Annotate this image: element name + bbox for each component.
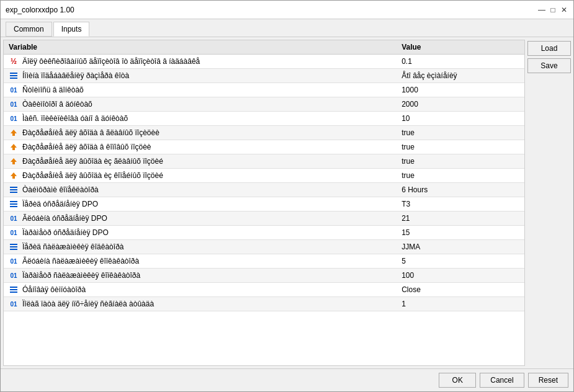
variable-cell: 01Ïàðàìåòð óñðåäíåíèÿ DPO <box>4 226 397 240</box>
svg-marker-5 <box>11 158 17 164</box>
variable-text: Ïîëàã ïàòà äëÿ íïõ÷åíèÿ ñèãíàëà àòûàäà <box>22 300 154 308</box>
variable-cell: Òàéìôðàìè êîïåêëàòîðà <box>4 183 397 197</box>
svg-rect-17 <box>10 289 17 290</box>
table-row[interactable]: 01Ïàðàìåòð óñðåäíåíèÿ DPO15 <box>4 226 524 240</box>
variable-cell: ½Äîëÿ ôèêñèðîâàííûõ äåïîçèòîâ îò äåïîçèò… <box>4 55 397 69</box>
variable-cell: 01Ãëóáèíà ñàëàæàìèêèÿ êîïêàêàòîðà <box>4 254 397 269</box>
01-icon: 01 <box>9 256 19 266</box>
01-icon: 01 <box>9 228 19 238</box>
table-row[interactable]: Ðàçðåøåíèå äëÿ âõîäà â ãëàâíûõ ïîçèöèètr… <box>4 126 524 140</box>
tab-common[interactable]: Common <box>6 22 52 37</box>
value-cell: 100 <box>397 269 524 283</box>
table-row[interactable]: Ðàçðåøåíèå äëÿ âûõîäà èç ãëàâíûõ ïîçöèét… <box>4 154 524 169</box>
variable-cell: 01Ìàêñ. ïîèêèïèêîâà óàíî â äóíêòàõ <box>4 112 397 126</box>
maximize-button[interactable]: □ <box>549 6 557 14</box>
svg-rect-2 <box>10 78 17 79</box>
minimize-button[interactable]: — <box>537 6 546 14</box>
variable-cell: Ðàçðåøåíèå äëÿ âûõîäà èç ãëàâíûõ ïîçöèé <box>4 154 397 169</box>
arrow-icon <box>9 156 19 166</box>
value-cell: JJMA <box>397 240 524 254</box>
svg-rect-0 <box>10 73 17 74</box>
01-icon: 01 <box>9 213 19 223</box>
variable-cell: 01Ñòîèìîñü â äîíêòàõ <box>4 83 397 97</box>
variable-text: Ïàðàìåòð ñàëàæàìèêèÿ êîïêàêàòîðà <box>22 271 140 280</box>
tab-bar: Common Inputs <box>1 19 573 37</box>
variable-text: Ìàêñ. ïîèêèïèêîâà óàíî â äóíêòàõ <box>22 114 128 123</box>
value-cell: 15 <box>397 226 524 240</box>
variable-cell: Óåíîâàÿ ôèìïóàòîðà <box>4 283 397 297</box>
table-row[interactable]: 01Ïîëàã ïàòà äëÿ íïõ÷åíèÿ ñèãíàëà àòûàäà… <box>4 297 524 311</box>
reset-button[interactable]: Reset <box>528 373 568 388</box>
stack-icon <box>9 285 19 295</box>
table-row[interactable]: 01Ìàêñ. ïîèêèïèêîâà óàíî â äóíêòàõ10 <box>4 112 524 126</box>
variable-text: Ïåðèä ñàëàæàìèêèÿ êîäêàòîðà <box>22 243 123 251</box>
svg-rect-8 <box>10 189 17 190</box>
variable-cell: Íîìèíà ïîäåáàâëåíèÿ ðàçìåðà êîòà <box>4 69 397 83</box>
svg-rect-14 <box>10 246 17 247</box>
variable-cell: 01Ïîëàã ïàòà äëÿ íïõ÷åíèÿ ñèãíàëà àòûàäà <box>4 297 397 311</box>
value-cell: true <box>397 154 524 169</box>
variable-text: Ðàçðåøåíèå äëÿ âõîäà â êîïîâûõ ïîçöèè <box>22 143 151 151</box>
table-row[interactable]: Óåíîâàÿ ôèìïóàòîðàClose <box>4 283 524 297</box>
close-button[interactable]: ✕ <box>560 6 568 14</box>
table-row[interactable]: 01Ñòîèìîñü â äîíêòàõ1000 <box>4 83 524 97</box>
svg-marker-6 <box>11 172 17 179</box>
cancel-button[interactable]: Cancel <box>480 373 524 388</box>
variable-text: Ðàçðåøåíèå äëÿ âõîäà â ãëàâíûõ ïîçèöèè <box>22 128 159 137</box>
table-row[interactable]: Ïåðèä óñðåäíåíèÿ DPOT3 <box>4 197 524 212</box>
variable-cell: 01Ãëóáèíà óñðåäíåíèÿ DPO <box>4 212 397 226</box>
value-cell: 5 <box>397 254 524 269</box>
svg-rect-11 <box>10 203 17 205</box>
value-cell: 0.1 <box>397 55 524 69</box>
data-table: Variable Value ½Äîëÿ ôèêñèðîâàííûõ äåïîç… <box>4 40 524 311</box>
col-variable-header: Variable <box>4 40 397 55</box>
title-bar: exp_colorxxdpo 1.00 — □ ✕ <box>1 1 573 19</box>
data-table-container: Variable Value ½Äîëÿ ôèêñèðîâàííûõ äåïîç… <box>3 40 525 366</box>
table-row[interactable]: 01Òàêèìîòîðî â äóíêòàõ2000 <box>4 97 524 112</box>
ok-button[interactable]: OK <box>439 373 476 388</box>
table-row[interactable]: Òàéìôðàìè êîïåêëàòîðà6 Hours <box>4 183 524 197</box>
value-cell: true <box>397 169 524 183</box>
table-row[interactable]: Íîìèíà ïîäåáàâëåíèÿ ðàçìåðà êîòàÅtî âåç … <box>4 69 524 83</box>
svg-rect-7 <box>10 187 17 188</box>
01-icon: 01 <box>9 114 19 123</box>
variable-text: Ïåðèä óñðåäíåíèÿ DPO <box>22 200 98 208</box>
load-button[interactable]: Load <box>527 41 571 56</box>
stack-icon <box>9 71 19 81</box>
table-row[interactable]: 01Ïàðàìåòð ñàëàæàìèêèÿ êîïêàêàòîðà100 <box>4 269 524 283</box>
svg-rect-10 <box>10 201 17 202</box>
value-cell: Close <box>397 283 524 297</box>
table-row[interactable]: 01Ãëóáèíà ñàëàæàìèêèÿ êîïêàêàòîðà5 <box>4 254 524 269</box>
table-row[interactable]: Ðàçðåøåíèå äëÿ âõîäà â êîïîâûõ ïîçöèètru… <box>4 140 524 154</box>
variable-text: Äîëÿ ôèêñèðîâàííûõ äåïîçèòîâ îò äåïîçèòî… <box>22 57 200 66</box>
save-button[interactable]: Save <box>527 58 571 73</box>
variable-cell: Ïåðèä óñðåäíåíèÿ DPO <box>4 197 397 212</box>
stack-icon <box>9 199 19 209</box>
variable-cell: Ðàçðåøåíèå äëÿ âõîäà â êîïîâûõ ïîçöèè <box>4 140 397 154</box>
col-value-header: Value <box>397 40 524 55</box>
svg-marker-4 <box>11 144 17 150</box>
stack-icon <box>9 185 19 195</box>
table-row[interactable]: 01Ãëóáèíà óñðåäíåíèÿ DPO21 <box>4 212 524 226</box>
table-row[interactable]: Ðàçðåøåíèå äëÿ âûõîäà èç êîïåéíûõ ïîçöèé… <box>4 169 524 183</box>
value-cell: 6 Hours <box>397 183 524 197</box>
main-content: Variable Value ½Äîëÿ ôèêñèðîâàííûõ äåïîç… <box>1 37 573 368</box>
table-row[interactable]: ½Äîëÿ ôèêñèðîâàííûõ äåïîçèòîâ îò äåïîçèò… <box>4 55 524 69</box>
value-cell: 10 <box>397 112 524 126</box>
variable-text: Ñòîèìîñü â äîíêòàõ <box>22 86 84 94</box>
value-cell: 1 <box>397 297 524 311</box>
variable-cell: 01Òàêèìîòîðî â äóíêòàõ <box>4 97 397 112</box>
variable-text: Óåíîâàÿ ôèìïóàòîðà <box>22 285 86 294</box>
arrow-icon <box>9 128 19 138</box>
stack-icon <box>9 242 19 252</box>
table-row[interactable]: Ïåðèä ñàëàæàìèêèÿ êîäêàòîðàJJMA <box>4 240 524 254</box>
01-icon: 01 <box>9 85 19 95</box>
window-title: exp_colorxxdpo 1.00 <box>6 6 74 14</box>
svg-rect-1 <box>10 75 17 76</box>
value-cell: Åtî âåç èçìàíåíèÿ <box>397 69 524 83</box>
tab-inputs[interactable]: Inputs <box>53 22 90 37</box>
window-controls: — □ ✕ <box>537 6 568 14</box>
variable-cell: 01Ïàðàìåòð ñàëàæàìèêèÿ êîïêàêàòîðà <box>4 269 397 283</box>
variable-cell: Ðàçðåøåíèå äëÿ âûõîäà èç êîïåéíûõ ïîçöèé <box>4 169 397 183</box>
value-cell: 1000 <box>397 83 524 97</box>
